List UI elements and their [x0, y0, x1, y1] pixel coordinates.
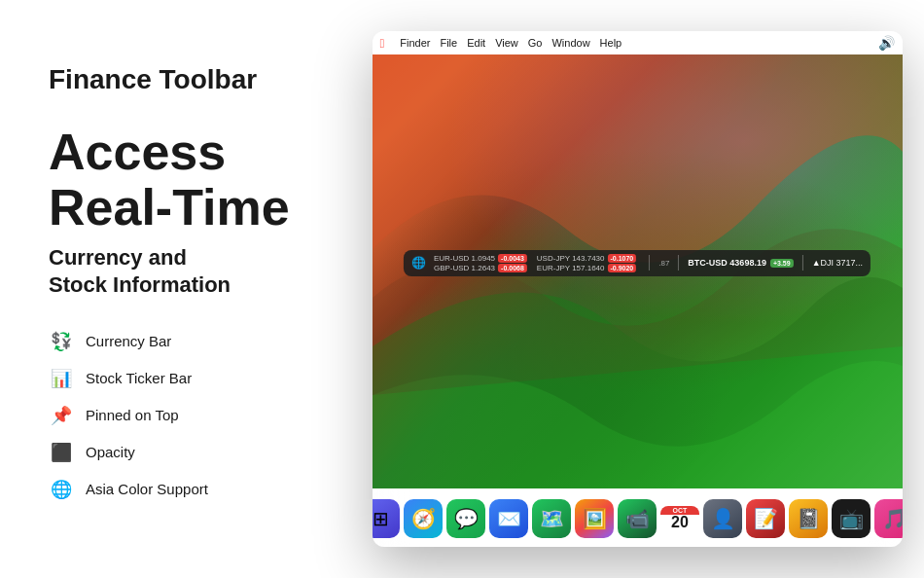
dock-messages-icon: 💬: [446, 499, 485, 538]
eur-usd-label: EUR-USD 1.0945: [434, 254, 495, 263]
ticker-divider-3: [802, 255, 803, 271]
dock-safari-icon: 🧭: [404, 499, 443, 538]
ticker-forex: EUR-USD 1.0945 -0.0043 GBP-USD 1.2643 -0…: [434, 254, 527, 272]
mac-dock: ⊞ 🧭 💬 ✉️ 🗺️ 🖼️ 📹 OCT 20 👤 📝 📓 📺 🎵 🛒: [373, 488, 903, 547]
list-item: ⬛ Opacity: [49, 440, 321, 465]
usd-jpy-label: USD-JPY 143.7430: [537, 254, 605, 263]
mac-menubar:  Finder File Edit View Go Window Help 🔊: [373, 31, 903, 54]
headline-currency: Currency and: [49, 245, 187, 270]
ticker-forex-2: USD-JPY 143.7430 -0.1070 EUR-JPY 157.164…: [537, 254, 636, 272]
eur-usd-badge: -0.0043: [498, 254, 527, 263]
usd-jpy-row: USD-JPY 143.7430 -0.1070: [537, 254, 636, 263]
eur-jpy-row: EUR-JPY 157.1640 -0.9020: [537, 264, 636, 272]
list-item: 📌 Pinned on Top: [49, 403, 321, 428]
menu-go: Go: [528, 37, 543, 49]
menu-edit: Edit: [467, 37, 485, 49]
dock-mail-icon: ✉️: [489, 499, 528, 538]
gbp-usd-row: GBP-USD 1.2643 -0.0068: [434, 264, 527, 272]
apple-icon: : [380, 36, 385, 51]
left-panel: Finance Toolbar Access Real-Time Currenc…: [0, 25, 370, 553]
headline-subtitle: Currency and Stock Information: [49, 244, 321, 300]
ticker-bar: 🌐 EUR-USD 1.0945 -0.0043 GBP-USD 1.2643 …: [404, 250, 871, 276]
feature-currency-label: Currency Bar: [86, 333, 171, 349]
stock-ticker-icon: 📊: [49, 366, 74, 391]
asia-color-icon: 🌐: [49, 477, 74, 502]
calendar-day: 20: [671, 515, 689, 530]
feature-pinned-label: Pinned on Top: [86, 407, 179, 423]
dock-maps-icon: 🗺️: [532, 499, 571, 538]
eur-jpy-badge: -0.9020: [607, 264, 636, 272]
headline-realtime: Real-Time: [49, 180, 321, 235]
currency-bar-icon: 💱: [49, 329, 74, 354]
ticker-globe-icon: 🌐: [411, 256, 426, 270]
dock-calendar-icon: OCT 20: [660, 499, 699, 538]
mac-volume-icon: 🔊: [878, 35, 895, 51]
opacity-icon: ⬛: [49, 440, 74, 465]
feature-stock-label: Stock Ticker Bar: [86, 370, 192, 386]
ticker-value-87: .87: [658, 259, 669, 268]
eur-jpy-label: EUR-JPY 157.1640: [537, 264, 605, 272]
list-item: 💱 Currency Bar: [49, 329, 321, 354]
ticker-dji: ▲DJI 3717...: [812, 258, 863, 268]
ticker-divider-2: [678, 255, 679, 271]
ticker-divider-1: [649, 255, 650, 271]
btc-badge: +3.59: [770, 259, 794, 268]
mac-window:  Finder File Edit View Go Window Help 🔊: [373, 31, 903, 547]
dock-music-icon: 🎵: [874, 499, 903, 538]
btc-label: BTC-USD 43698.19: [688, 258, 766, 268]
mac-menu-items: Finder File Edit View Go Window Help: [400, 37, 622, 49]
right-panel:  Finder File Edit View Go Window Help 🔊: [370, 0, 924, 578]
dock-facetime-icon: 📹: [618, 499, 657, 538]
list-item: 📊 Stock Ticker Bar: [49, 366, 321, 391]
feature-opacity-label: Opacity: [86, 444, 135, 460]
gbp-usd-label: GBP-USD 1.2643: [434, 264, 495, 272]
features-list: 💱 Currency Bar 📊 Stock Ticker Bar 📌 Pinn…: [49, 329, 321, 502]
menu-file: File: [440, 37, 457, 49]
usd-jpy-badge: -0.1070: [607, 254, 636, 263]
dock-appletv-icon: 📺: [832, 499, 871, 538]
ticker-btc: BTC-USD 43698.19 +3.59: [688, 258, 793, 268]
menu-window: Window: [551, 37, 589, 49]
menu-view: View: [495, 37, 518, 49]
dock-contacts-icon: 👤: [703, 499, 742, 538]
feature-asia-label: Asia Color Support: [86, 481, 208, 497]
gbp-usd-badge: -0.0068: [498, 264, 527, 272]
headline-stock: Stock Information: [49, 272, 231, 297]
wallpaper-bg: 🌐 EUR-USD 1.0945 -0.0043 GBP-USD 1.2643 …: [373, 54, 903, 488]
menu-help: Help: [600, 37, 622, 49]
list-item: 🌐 Asia Color Support: [49, 477, 321, 502]
eur-usd-row: EUR-USD 1.0945 -0.0043: [434, 254, 527, 263]
dock-photos-icon: 🖼️: [575, 499, 614, 538]
dji-label: ▲DJI 3717...: [812, 258, 863, 268]
headline-access: Access: [49, 125, 321, 180]
dock-notes-icon: 📓: [789, 499, 828, 538]
pinned-top-icon: 📌: [49, 403, 74, 428]
app-title: Finance Toolbar: [49, 64, 321, 95]
menu-finder: Finder: [400, 37, 430, 49]
dock-launchpad-icon: ⊞: [373, 499, 401, 538]
dock-reminders-icon: 📝: [746, 499, 785, 538]
mac-wallpaper: 🌐 EUR-USD 1.0945 -0.0043 GBP-USD 1.2643 …: [373, 54, 903, 488]
